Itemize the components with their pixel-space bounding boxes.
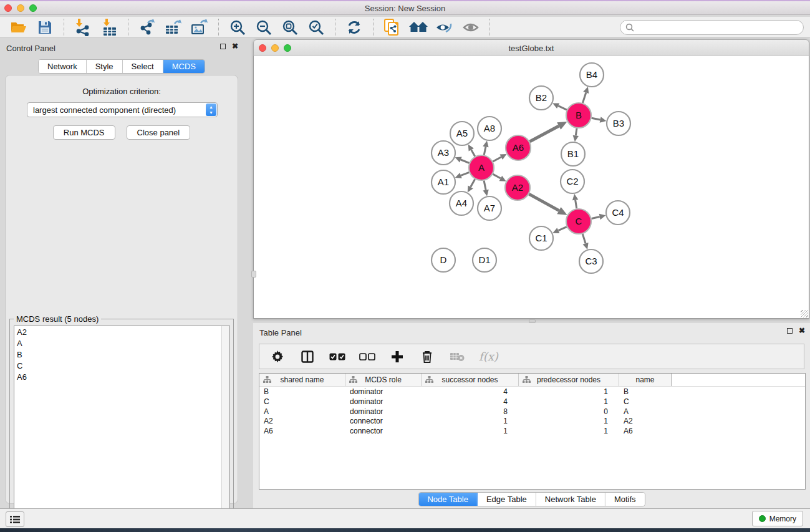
table-cell[interactable]: A <box>619 407 672 417</box>
table-cell[interactable]: 1 <box>422 426 519 436</box>
gear-icon[interactable] <box>269 349 286 365</box>
column-header-shared-name[interactable]: shared name <box>259 374 345 386</box>
zoom-selected-icon[interactable] <box>306 18 326 37</box>
column-header-MCDS-role[interactable]: MCDS role <box>345 374 422 386</box>
table-cell[interactable]: 1 <box>519 387 619 397</box>
edge-A-A3[interactable] <box>461 160 470 163</box>
search-input[interactable] <box>620 20 804 35</box>
edge-B-B2[interactable] <box>558 106 567 110</box>
show-panels-button[interactable] <box>6 511 24 527</box>
edge-A-A2[interactable] <box>493 174 500 178</box>
table-cell[interactable]: dominator <box>345 387 422 397</box>
table-cell[interactable]: connector <box>345 426 422 436</box>
close-panel-button[interactable]: Close panel <box>127 125 191 140</box>
result-item[interactable]: A6 <box>14 371 229 382</box>
edge-A-A5[interactable] <box>471 150 475 157</box>
show-all-icon[interactable] <box>461 18 481 37</box>
export-table-icon[interactable] <box>163 18 183 37</box>
close-panel-icon[interactable]: ✖ <box>232 44 238 49</box>
optimization-criterion-select[interactable]: largest connected component (directed) ▲… <box>27 102 218 117</box>
export-network-icon[interactable] <box>137 18 157 37</box>
result-item[interactable]: C <box>14 360 229 371</box>
memory-button[interactable]: Memory <box>752 511 803 526</box>
edge-A-A4[interactable] <box>471 179 475 187</box>
tab-node-table[interactable]: Node Table <box>418 493 478 506</box>
add-icon[interactable] <box>389 349 405 365</box>
import-network-icon[interactable] <box>73 18 93 37</box>
table-row[interactable]: Bdominator41B <box>259 387 805 397</box>
tab-edge-table[interactable]: Edge Table <box>478 493 536 506</box>
float-panel-icon[interactable] <box>220 44 226 49</box>
table-cell[interactable]: 1 <box>519 426 619 436</box>
export-image-icon[interactable] <box>190 18 210 37</box>
node-table[interactable]: shared nameMCDS rolesuccessor nodesprede… <box>259 373 806 490</box>
table-cell[interactable]: connector <box>345 416 422 426</box>
edge-A-A1[interactable] <box>461 172 469 175</box>
select-all-icon[interactable] <box>329 349 345 365</box>
tab-select[interactable]: Select <box>123 60 163 73</box>
tab-style[interactable]: Style <box>87 60 123 73</box>
table-cell[interactable]: B <box>259 387 345 397</box>
scrollbar[interactable] <box>221 326 229 526</box>
table-cell[interactable]: A6 <box>619 426 672 436</box>
column-header-name[interactable]: name <box>619 374 672 386</box>
network-canvas[interactable]: B4B2BB3A8A5A6A3B1AA1C2A2A4A7C4CC1C3DD1 <box>253 56 809 319</box>
tab-network[interactable]: Network <box>39 60 87 73</box>
edge-A-A8[interactable] <box>484 147 486 155</box>
table-row[interactable]: A2connector11A2 <box>259 416 805 426</box>
tab-mcds[interactable]: MCDS <box>163 60 205 73</box>
float-panel-icon[interactable] <box>787 328 793 334</box>
run-mcds-button[interactable]: Run MCDS <box>53 125 115 140</box>
save-session-icon[interactable] <box>35 18 55 37</box>
table-cell[interactable]: 8 <box>422 407 519 417</box>
table-cell[interactable]: 1 <box>519 397 619 407</box>
zoom-fit-icon[interactable] <box>280 18 300 37</box>
table-cell[interactable]: A2 <box>259 416 345 426</box>
edge-C-C3[interactable] <box>582 234 586 243</box>
table-cell[interactable]: A6 <box>259 426 345 436</box>
table-cell[interactable]: 1 <box>422 416 519 426</box>
edge-C-C1[interactable] <box>558 227 566 231</box>
hide-selected-icon[interactable] <box>435 18 455 37</box>
result-item[interactable]: A <box>14 337 229 349</box>
network-window-titlebar[interactable]: testGlobe.txt <box>253 39 809 56</box>
table-cell[interactable]: B <box>619 387 672 397</box>
edge-C-C4[interactable] <box>591 217 599 219</box>
delete-table-icon[interactable] <box>449 349 465 365</box>
column-header-successor-nodes[interactable]: successor nodes <box>422 374 519 386</box>
table-cell[interactable]: 1 <box>519 416 619 426</box>
table-cell[interactable]: 4 <box>422 387 519 397</box>
edge-A-A7[interactable] <box>484 181 486 190</box>
delete-icon[interactable] <box>419 349 435 365</box>
edge-C-C2[interactable] <box>576 200 577 209</box>
zoom-out-icon[interactable] <box>254 18 274 37</box>
edge-B-B3[interactable] <box>592 118 600 120</box>
table-cell[interactable]: 4 <box>422 397 519 407</box>
edge-B-B1[interactable] <box>576 128 577 136</box>
clone-network-icon[interactable] <box>382 18 402 37</box>
import-table-icon[interactable] <box>99 18 119 37</box>
table-cell[interactable]: A <box>259 407 345 417</box>
table-cell[interactable]: 0 <box>519 407 619 417</box>
tab-network-table[interactable]: Network Table <box>536 493 605 506</box>
splitter-handle[interactable] <box>251 271 256 278</box>
mcds-result-list[interactable]: A2ABCA6 <box>14 326 230 526</box>
refresh-icon[interactable] <box>344 18 364 37</box>
table-cell[interactable]: C <box>619 397 672 407</box>
column-layout-icon[interactable] <box>299 349 316 365</box>
table-cell[interactable]: dominator <box>345 407 422 417</box>
table-row[interactable]: A6connector11A6 <box>259 426 805 436</box>
table-cell[interactable]: dominator <box>345 397 422 407</box>
table-cell[interactable]: A2 <box>619 416 672 426</box>
resize-grip-icon[interactable] <box>801 310 808 317</box>
deselect-all-icon[interactable] <box>359 349 375 365</box>
function-builder-icon[interactable]: f(x) <box>479 350 498 363</box>
result-item[interactable]: A2 <box>14 326 229 337</box>
table-row[interactable]: Adominator80A <box>259 407 805 417</box>
column-header-predecessor-nodes[interactable]: predecessor nodes <box>519 374 619 386</box>
result-item[interactable]: B <box>14 349 229 360</box>
edge-B-B4[interactable] <box>582 93 586 103</box>
open-file-icon[interactable] <box>9 18 29 37</box>
table-cell[interactable]: C <box>259 397 345 407</box>
edge-A-A6[interactable] <box>493 157 501 162</box>
